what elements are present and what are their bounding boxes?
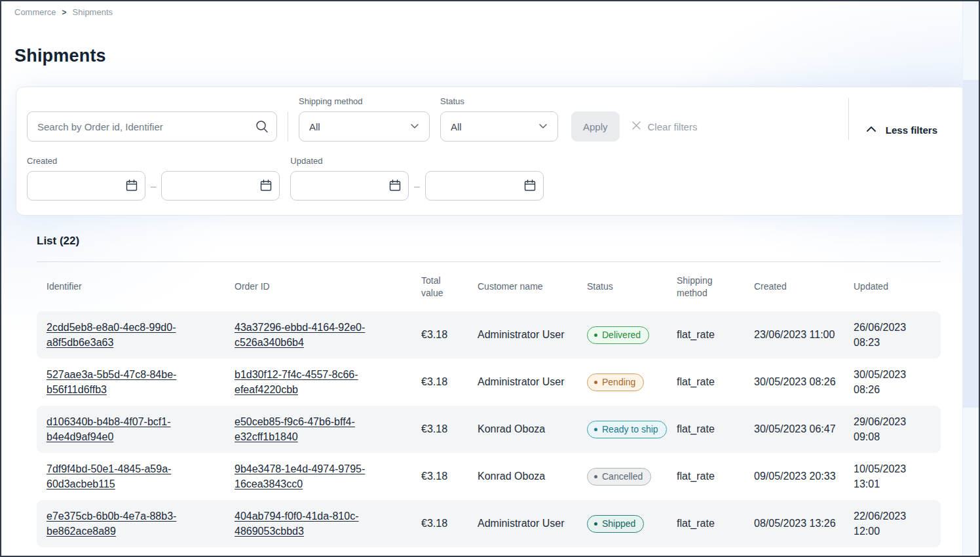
updated-cell: 10/05/2023 13:01 (844, 455, 941, 498)
breadcrumb: Commerce > Shipments (1, 1, 979, 17)
status-dot-icon (594, 381, 597, 384)
status-dot-icon (594, 428, 597, 431)
column-header-updated: Updated (844, 271, 941, 302)
calendar-icon[interactable] (124, 178, 139, 195)
created-cell: 08/05/2023 13:26 (744, 509, 844, 537)
identifier-link[interactable]: d106340b-b4b8-4f07-bcf1-b4e4d9af94e0 (47, 416, 170, 442)
column-header-order-id: Order ID (225, 271, 411, 302)
column-header-shipping-method: Shipping method (667, 265, 744, 309)
status-dot-icon (594, 475, 597, 478)
filters-panel: Shipping method All Status All (16, 86, 967, 216)
list-title: List (22) (37, 235, 941, 248)
customer-name-cell: Konrad Oboza (468, 415, 577, 443)
status-select[interactable]: All (440, 111, 558, 142)
apply-button[interactable]: Apply (571, 111, 620, 142)
total-value-cell: €3.18 (411, 509, 468, 537)
chevron-down-icon (409, 120, 421, 134)
search-input[interactable] (27, 111, 277, 142)
search-field-wrap (27, 111, 277, 142)
shipping-method-cell: flat_rate (667, 415, 744, 443)
updated-cell: 29/06/2023 09:08 (844, 408, 941, 451)
breadcrumb-separator-icon: > (62, 8, 67, 17)
customer-name-cell: Administrator User (468, 368, 577, 396)
breadcrumb-item-commerce[interactable]: Commerce (14, 7, 56, 17)
clear-filters-label: Clear filters (648, 121, 698, 132)
shipping-method-label: Shipping method (299, 96, 430, 106)
total-value-cell: €3.18 (411, 415, 468, 443)
filters-row-dates: Created – (27, 156, 956, 201)
shipping-method-select[interactable]: All (299, 111, 430, 142)
created-to-wrap (161, 171, 280, 201)
search-icon (255, 119, 269, 136)
status-badge: Shipped (587, 515, 644, 533)
identifier-link[interactable]: 2cdd5eb8-e8a0-4ec8-99d0-a8f5db6e3a63 (47, 322, 176, 348)
chevron-down-icon (537, 120, 549, 134)
shipping-method-cell: flat_rate (667, 509, 744, 537)
column-header-identifier: Identifier (37, 271, 225, 302)
identifier-link[interactable]: e7e375cb-6b0b-4e7a-88b3-be862ace8a89 (47, 510, 176, 537)
created-from-wrap (27, 171, 145, 201)
order-id-link[interactable]: b1d30f12-7f4c-4557-8c66-efeaf4220cbb (235, 369, 358, 395)
updated-from-wrap (290, 171, 409, 201)
table-row: 527aae3a-5b5d-47c8-84be-b56f11d6ffb3 b1d… (37, 358, 941, 406)
shipping-method-value: All (309, 121, 320, 132)
column-header-status: Status (577, 271, 667, 302)
range-separator: – (151, 180, 156, 191)
calendar-icon[interactable] (259, 178, 273, 195)
breadcrumb-item-shipments[interactable]: Shipments (73, 7, 113, 17)
created-range-label: Created (27, 156, 280, 166)
shipments-page: { "breadcrumb": { "separator": ">", "ite… (0, 0, 980, 557)
updated-cell: 22/06/2023 12:00 (844, 502, 941, 545)
updated-cell: 26/06/2023 08:23 (844, 313, 941, 356)
table-row: e7e375cb-6b0b-4e7a-88b3-be862ace8a89 404… (37, 500, 941, 547)
total-value-cell: €3.18 (411, 462, 468, 490)
order-id-link[interactable]: 43a37296-ebbd-4164-92e0-c526a340b6b4 (235, 322, 365, 348)
created-cell: 30/05/2023 06:47 (744, 415, 844, 443)
status-filter: Status All (440, 96, 558, 142)
column-header-customer-name: Customer name (468, 271, 577, 302)
status-badge: Ready to ship (587, 421, 667, 439)
customer-name-cell: Konrad Oboza (468, 462, 577, 490)
shipping-method-cell: flat_rate (667, 462, 744, 490)
updated-range-label: Updated (290, 156, 543, 166)
status-dot-icon (594, 522, 597, 526)
scrollbar-thumb[interactable] (963, 80, 979, 408)
shipping-method-filter: Shipping method All (299, 96, 430, 142)
clear-filters-button[interactable]: Clear filters (630, 111, 698, 142)
total-value-cell: €3.18 (411, 368, 468, 396)
order-id-link[interactable]: 9b4e3478-1e4d-4974-9795-16cea3843cc0 (235, 463, 365, 490)
table-row: 7df9f4bd-50e1-4845-a59a-60d3acbeb115 9b4… (37, 453, 941, 500)
identifier-link[interactable]: 7df9f4bd-50e1-4845-a59a-60d3acbeb115 (47, 463, 171, 490)
customer-name-cell: Administrator User (468, 320, 577, 349)
column-header-total-value: Total value (411, 265, 468, 309)
customer-name-cell: Administrator User (468, 509, 577, 537)
calendar-icon[interactable] (388, 178, 402, 195)
order-id-link[interactable]: 404ab794-f0f0-41da-810c-4869053cbbd3 (235, 510, 358, 537)
column-header-created: Created (744, 271, 844, 302)
shipments-list: List (22) Identifier Order ID Total valu… (37, 235, 941, 547)
table-header-row: Identifier Order ID Total value Customer… (37, 262, 941, 311)
shipping-method-cell: flat_rate (667, 368, 744, 396)
vertical-scrollbar[interactable] (962, 1, 979, 556)
table-row: d106340b-b4b8-4f07-bcf1-b4e4d9af94e0 e50… (37, 406, 941, 453)
updated-range-filter: Updated – (290, 156, 543, 201)
identifier-link[interactable]: 527aae3a-5b5d-47c8-84be-b56f11d6ffb3 (47, 369, 176, 395)
status-label: Status (440, 96, 558, 106)
less-filters-label: Less filters (886, 125, 937, 136)
created-range-filter: Created – (27, 156, 280, 201)
status-dot-icon (594, 334, 597, 337)
status-badge: Cancelled (587, 468, 651, 486)
status-value: All (451, 121, 462, 132)
calendar-icon[interactable] (523, 178, 537, 195)
updated-cell: 30/05/2023 08:26 (844, 360, 941, 404)
less-filters-toggle[interactable]: Less filters (865, 123, 937, 138)
created-cell: 30/05/2023 08:26 (744, 368, 844, 396)
range-separator: – (414, 180, 419, 191)
order-id-link[interactable]: e50ceb85-f9c6-47b6-bff4-e32cff1b1840 (235, 416, 355, 442)
page-title: Shipments (14, 46, 979, 66)
filter-divider (848, 98, 849, 140)
status-badge: Delivered (587, 326, 649, 345)
shipping-method-cell: flat_rate (667, 320, 744, 349)
updated-to-wrap (425, 171, 544, 201)
chevron-up-icon (865, 123, 878, 138)
